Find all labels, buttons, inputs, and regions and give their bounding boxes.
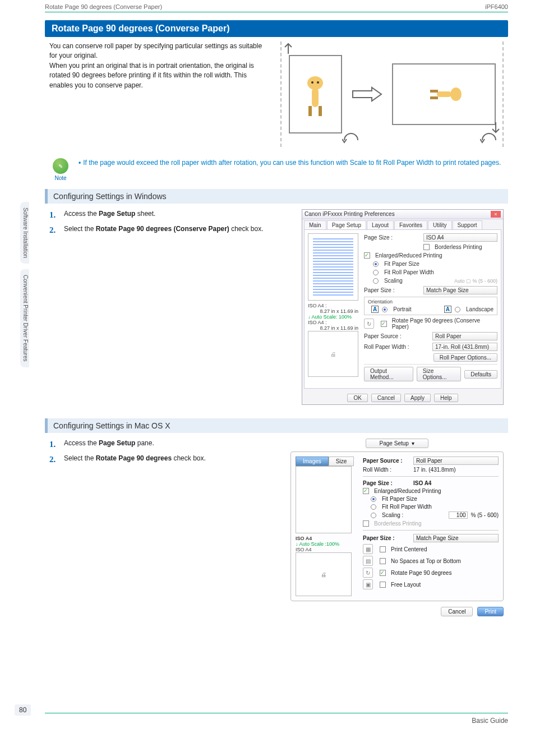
page-number: 80 xyxy=(15,704,31,716)
side-tab-software-installation: Software Installation xyxy=(20,202,29,264)
enlarged-checkbox[interactable] xyxy=(364,252,370,259)
rotate-icon: ↻ xyxy=(364,319,374,329)
header-right: iPF6400 xyxy=(485,3,508,10)
mac-enlarged-checkbox[interactable] xyxy=(363,488,369,494)
mac-scaling-input[interactable]: 100 xyxy=(449,511,468,519)
printer-preview-icon: 🖨 xyxy=(308,331,358,377)
svg-rect-9 xyxy=(430,96,438,99)
mac-print-centered-checkbox[interactable] xyxy=(380,546,386,552)
portrait-doc-icon xyxy=(289,55,342,133)
dialog-title: Canon iPFxxxx Printing Preferences xyxy=(305,211,395,218)
tab-main[interactable]: Main xyxy=(304,220,326,229)
defaults-button[interactable]: Defaults xyxy=(464,370,497,379)
printer-preview-icon: 🖨 xyxy=(296,552,352,596)
svg-rect-1 xyxy=(312,88,319,107)
mac-steps: 1.Access the Page Setup pane. 2.Select t… xyxy=(49,439,268,465)
close-icon[interactable]: × xyxy=(491,211,501,218)
mac-scaling-radio[interactable] xyxy=(371,513,376,518)
page-size-select[interactable]: ISO A4 xyxy=(423,233,497,242)
intro-text: You can conserve roll paper by specifyin… xyxy=(49,42,268,147)
svg-point-5 xyxy=(317,81,319,84)
mac-paper-source-select[interactable]: Roll Paper xyxy=(413,457,499,465)
svg-point-4 xyxy=(311,81,313,84)
mac-dialog-screenshot: Page Setup ▾ Images Size ISO A4 ↓ Auto S… xyxy=(290,439,504,616)
rotate-90-checkbox[interactable] xyxy=(381,321,387,327)
landscape-radio[interactable] xyxy=(455,307,460,312)
svg-rect-8 xyxy=(430,90,438,93)
print-centered-icon: ▦ xyxy=(363,544,373,554)
help-button[interactable]: Help xyxy=(434,394,458,402)
output-method-button[interactable]: Output Method... xyxy=(364,367,413,381)
svg-point-0 xyxy=(307,76,323,90)
mac-no-spaces-checkbox[interactable] xyxy=(380,558,386,564)
scaling-radio[interactable] xyxy=(373,278,379,284)
ok-button[interactable]: OK xyxy=(347,394,367,402)
tab-page-setup[interactable]: Page Setup xyxy=(327,220,366,229)
tab-size[interactable]: Size xyxy=(329,457,354,466)
svg-point-6 xyxy=(450,87,462,101)
mac-cancel-button[interactable]: Cancel xyxy=(441,607,473,616)
portrait-radio[interactable] xyxy=(382,307,388,312)
side-tabs: Software Installation Convenient Printer… xyxy=(20,202,29,367)
borderless-checkbox[interactable] xyxy=(423,244,430,250)
header-left: Rotate Page 90 degrees (Converse Paper) xyxy=(45,3,162,10)
note-text: If the page would exceed the roll paper … xyxy=(83,159,501,167)
svg-rect-7 xyxy=(437,91,451,97)
tab-favorites[interactable]: Favorites xyxy=(394,220,427,229)
pane-select[interactable]: Page Setup ▾ xyxy=(366,439,429,448)
windows-subheading: Configuring Settings in Windows xyxy=(45,189,508,204)
apply-button[interactable]: Apply xyxy=(404,394,431,402)
mac-paper-size-select[interactable]: Match Page Size xyxy=(413,534,499,542)
note-label: Note xyxy=(54,175,66,181)
side-tab-driver-features: Convenient Printer Driver Features xyxy=(20,269,29,367)
size-options-button[interactable]: Size Options... xyxy=(417,367,461,381)
landscape-doc-icon xyxy=(392,63,496,125)
mac-fit-roll-radio[interactable] xyxy=(371,504,376,510)
fit-paper-radio[interactable] xyxy=(373,261,379,267)
rotate-icon xyxy=(342,130,361,146)
tab-support[interactable]: Support xyxy=(453,220,482,229)
mac-fit-paper-radio[interactable] xyxy=(371,496,376,502)
windows-steps: 1.Access the Page Setup sheet. 2.Select … xyxy=(49,209,268,236)
footer: Basic Guide xyxy=(45,713,508,725)
macos-subheading: Configuring Settings in Mac OS X xyxy=(45,418,508,433)
rotate-icon: ↻ xyxy=(363,568,373,578)
no-spaces-icon: ▤ xyxy=(363,556,373,566)
page-preview xyxy=(308,233,358,301)
paper-size-select[interactable]: Match Page Size xyxy=(423,286,497,294)
rotation-illustration xyxy=(280,42,504,147)
svg-rect-3 xyxy=(319,106,322,116)
tab-images[interactable]: Images xyxy=(296,457,329,466)
mac-rotate-90-checkbox[interactable] xyxy=(380,570,386,576)
arrow-icon xyxy=(352,86,382,102)
mac-print-button[interactable]: Print xyxy=(477,607,504,616)
section-title: Rotate Page 90 degrees (Converse Paper) xyxy=(45,20,508,37)
roll-paper-options-button[interactable]: Roll Paper Options... xyxy=(433,353,497,362)
mac-free-layout-checkbox[interactable] xyxy=(380,582,386,588)
tab-layout[interactable]: Layout xyxy=(367,220,394,229)
svg-rect-2 xyxy=(308,106,312,116)
mac-preview xyxy=(296,466,352,533)
mac-borderless-checkbox[interactable] xyxy=(363,520,369,527)
paper-source-select[interactable]: Roll Paper xyxy=(432,332,497,340)
free-layout-icon: ▣ xyxy=(363,579,373,589)
tab-utility[interactable]: Utility xyxy=(428,220,451,229)
fit-roll-radio[interactable] xyxy=(373,270,379,275)
page-header: Rotate Page 90 degrees (Converse Paper) … xyxy=(45,3,508,12)
cancel-button[interactable]: Cancel xyxy=(371,394,401,402)
note-icon: ✎ xyxy=(53,158,68,174)
note-block: ✎ Note •If the page would exceed the rol… xyxy=(45,158,508,181)
windows-dialog-screenshot: Canon iPFxxxx Printing Preferences × Mai… xyxy=(302,209,504,405)
roll-width-select[interactable]: 17-in. Roll (431.8mm) xyxy=(432,343,497,351)
